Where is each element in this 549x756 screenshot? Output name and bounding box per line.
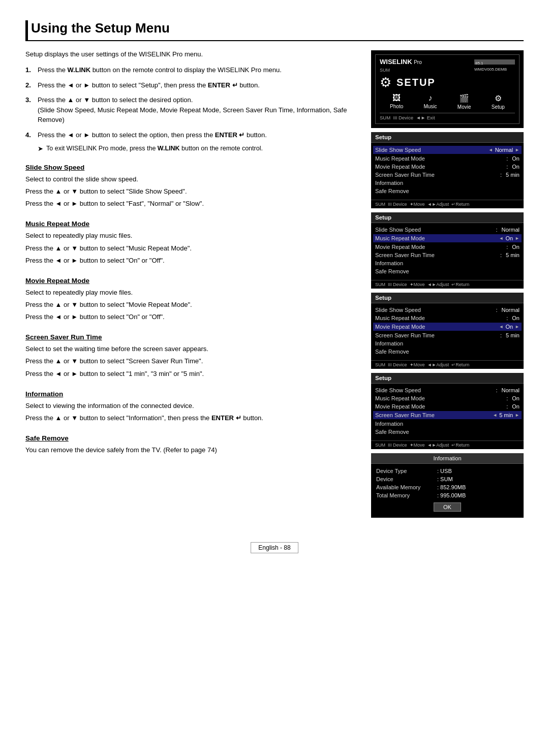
music-value-1: : On bbox=[504, 155, 520, 162]
setup-nav-1: SUM III Device ✦Move ◄►Adjust ↵Return bbox=[371, 200, 524, 208]
movie-value-1: : On bbox=[504, 164, 520, 170]
total-mem-value: : 995.00MB bbox=[437, 492, 466, 498]
right-arrow-3: ► bbox=[515, 324, 520, 329]
movie-value-2: : On bbox=[504, 244, 520, 250]
wiselink-bar: 85.1 WMDV005.DEMB bbox=[474, 59, 515, 65]
setup-row-movie-1: Movie Repeat Mode : On bbox=[375, 163, 520, 171]
exit-note-text: To exit WISELINK Pro mode, press the W.L… bbox=[46, 145, 263, 152]
total-mem-label: Total Memory bbox=[376, 492, 432, 498]
wiselink-header: WISELINK Pro 85.1 WMDV005.DEMB bbox=[380, 58, 515, 66]
left-arrow-2: ◄ bbox=[499, 236, 503, 241]
setup-menu-2: Setup Slide Show Speed : Normal Music Re… bbox=[371, 212, 524, 289]
step-num-3: 3. bbox=[25, 95, 34, 125]
movie-value-3: ◄ On ► bbox=[499, 324, 520, 330]
movie-val-text-3: On bbox=[505, 324, 513, 330]
setup-menu-title-4: Setup bbox=[371, 373, 524, 384]
device-label: Device bbox=[376, 476, 432, 482]
section-body-music-repeat: Select to repeatedly play music files. P… bbox=[25, 231, 356, 265]
slide-line-1: Select to control the slide show speed. bbox=[25, 174, 356, 184]
section-body-screen-saver: Select to set the waiting time before th… bbox=[25, 344, 356, 379]
setup-row-slide-show-2: Slide Show Speed : Normal bbox=[375, 226, 520, 234]
setup-row-music-2: Music Repeat Mode ◄ On ► bbox=[373, 234, 522, 242]
saver-line-3: Press the ◄ or ► button to select "1 min… bbox=[25, 369, 356, 379]
gear-icon: ⚙ bbox=[380, 75, 391, 90]
avail-mem-label: Available Memory bbox=[376, 484, 432, 490]
movie-icon: 🎬 bbox=[459, 93, 469, 103]
music-line-1: Select to repeatedly play music files. bbox=[25, 231, 356, 241]
slide-line-2: Press the ▲ or ▼ button to select "Slide… bbox=[25, 186, 356, 197]
info-label-1: Information bbox=[375, 180, 403, 186]
nav-movie: 🎬 Movie bbox=[458, 93, 471, 110]
info-ok-area: OK bbox=[376, 502, 518, 515]
info-line-2: Press the ▲ or ▼ button to select "Infor… bbox=[25, 413, 356, 423]
section-title-screen-saver: Screen Saver Run Time bbox=[25, 333, 356, 341]
saver-label-4: Screen Saver Run Time bbox=[375, 412, 435, 418]
setup-row-music-1: Music Repeat Mode : On bbox=[375, 154, 520, 163]
ok-button[interactable]: OK bbox=[434, 502, 461, 512]
setup-menu-title-2: Setup bbox=[371, 212, 524, 223]
setup-nav-4: SUM III Device ✦Move ◄►Adjust ↵Return bbox=[371, 440, 524, 449]
info-label-4: Information bbox=[375, 421, 403, 427]
music-colon-3: : bbox=[506, 315, 508, 321]
saver-colon-1: : bbox=[500, 172, 502, 178]
movie-label: Movie bbox=[458, 104, 471, 110]
step-text-1: Press the W.LINK button on the remote co… bbox=[38, 65, 356, 75]
slide-show-label-2: Slide Show Speed bbox=[375, 227, 421, 233]
info-row-avail-mem: Available Memory : 852.90MB bbox=[376, 483, 518, 491]
step-3: 3. Press the ▲ or ▼ button to select the… bbox=[25, 95, 356, 125]
right-arrow-2: ► bbox=[515, 236, 520, 241]
setup-nav-3: SUM III Device ✦Move ◄►Adjust ↵Return bbox=[371, 360, 524, 369]
section-body-slide-show-speed: Select to control the slide show speed. … bbox=[25, 174, 356, 209]
info-label-3: Information bbox=[375, 340, 403, 346]
setup-nav-2: SUM III Device ✦Move ◄►Adjust ↵Return bbox=[371, 280, 524, 289]
music-label: Music bbox=[423, 104, 437, 109]
step-text-2: Press the ◄ or ► button to select "Setup… bbox=[38, 80, 356, 90]
saver-value-3: : 5 min bbox=[498, 332, 520, 338]
section-music-repeat: Music Repeat Mode Select to repeatedly p… bbox=[25, 220, 356, 265]
music-value-2: ◄ On ► bbox=[499, 235, 520, 241]
step-text-4: Press the ◄ or ► button to select the op… bbox=[38, 130, 356, 140]
safe-label-1: Safe Remove bbox=[375, 188, 409, 194]
section-movie-repeat: Movie Repeat Mode Select to repeatedly p… bbox=[25, 277, 356, 322]
left-arrow-4: ◄ bbox=[493, 413, 497, 418]
saver-value-1: : 5 min bbox=[498, 172, 520, 178]
step-num-2: 2. bbox=[25, 80, 34, 90]
setup-row-saver-3: Screen Saver Run Time : 5 min bbox=[375, 331, 520, 339]
setup-menu-title-1: Setup bbox=[371, 132, 524, 143]
section-title-music-repeat: Music Repeat Mode bbox=[25, 220, 356, 228]
section-title-information: Information bbox=[25, 390, 356, 398]
ss-colon-4: : bbox=[496, 387, 497, 393]
slide-show-value-4: : Normal bbox=[494, 387, 520, 393]
movie-label-4: Movie Repeat Mode bbox=[375, 403, 425, 410]
safe-label-4: Safe Remove bbox=[375, 429, 409, 435]
setup-row-slide-show-4: Slide Show Speed : Normal bbox=[375, 386, 520, 394]
music-label-3: Music Repeat Mode bbox=[375, 315, 425, 321]
wiselink-brand: WISELINK Pro bbox=[380, 58, 422, 66]
right-arrow-4: ► bbox=[515, 413, 520, 418]
wiselink-inner: WISELINK Pro 85.1 WMDV005.DEMB SUM ⚙ SET… bbox=[375, 54, 520, 124]
section-title-movie-repeat: Movie Repeat Mode bbox=[25, 277, 356, 285]
saver-label-3: Screen Saver Run Time bbox=[375, 332, 435, 338]
step-text-3: Press the ▲ or ▼ button to select the de… bbox=[38, 95, 356, 125]
movie-line-2: Press the ▲ or ▼ button to select "Movie… bbox=[25, 300, 356, 310]
wiselink-bar-label: 85.1 WMDV005.DEMB bbox=[474, 60, 508, 72]
section-body-movie-repeat: Select to repeatedly play movie files. P… bbox=[25, 288, 356, 322]
nav-setup: ⚙ Setup bbox=[492, 93, 505, 110]
section-body-safe-remove: You can remove the device safely from th… bbox=[25, 445, 356, 455]
right-arrow-1: ► bbox=[515, 147, 520, 152]
movie-line-3: Press the ◄ or ► button to select "On" o… bbox=[25, 312, 356, 322]
slide-show-label-4: Slide Show Speed bbox=[375, 387, 421, 393]
music-line-2: Press the ▲ or ▼ button to select "Music… bbox=[25, 243, 356, 254]
step-4: 4. Press the ◄ or ► button to select the… bbox=[25, 130, 356, 140]
setup-row-safe-3: Safe Remove bbox=[375, 348, 520, 356]
setup-row-safe-2: Safe Remove bbox=[375, 267, 520, 275]
section-title-slide-show-speed: Slide Show Speed bbox=[25, 164, 356, 171]
section-title-safe-remove: Safe Remove bbox=[25, 434, 356, 442]
music-value-4: : On bbox=[504, 395, 520, 401]
device-type-colon: : USB bbox=[437, 468, 452, 474]
movie-label-1: Movie Repeat Mode bbox=[375, 164, 425, 170]
footer: English - 88 bbox=[25, 542, 524, 553]
setup-row-music-4: Music Repeat Mode : On bbox=[375, 394, 520, 402]
setup-row-info-2: Information bbox=[375, 259, 520, 267]
info-dialog-box: Information Device Type : USB Device : S… bbox=[371, 453, 524, 518]
